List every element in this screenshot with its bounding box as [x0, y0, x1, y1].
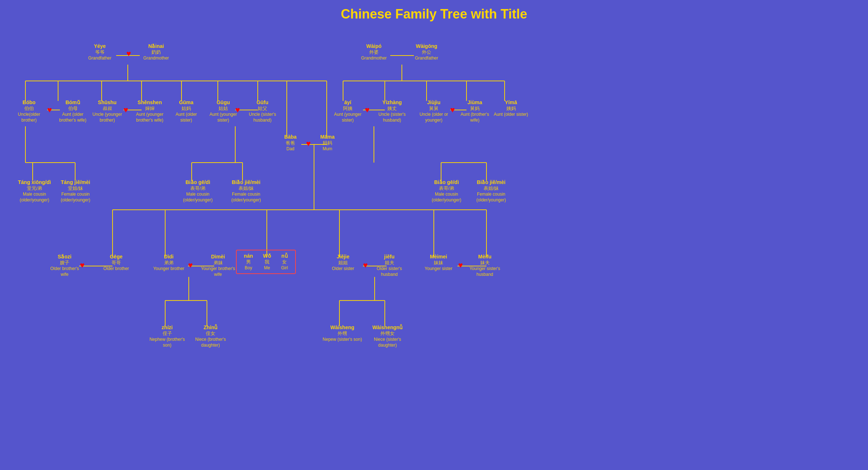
node-waipo: Wàipó 外婆 Grandmother [356, 43, 392, 61]
node-saozi: Sǎozi 嫂子 Older brother's wife [46, 253, 83, 277]
node-gege: Gēge 哥哥 Older brother [98, 253, 134, 272]
node-zhinu: Zhínǚ 侄女 Niece (brother's daughter) [191, 324, 231, 348]
node-jiefu: jiěfu 姐夫 Older sister's husband [370, 253, 408, 277]
node-bobo: Bóbo 伯伯 Uncle(older brother) [11, 99, 47, 123]
node-biao-jie-mei-1: Biǎo jiě/mèi 表姐/妹 Female cousin (older/y… [224, 179, 268, 203]
node-mama: Māma 妈妈 Mum [313, 134, 342, 152]
node-yeye: Yéye 爷爷 Grandfather [83, 43, 116, 61]
node-shushu: Shūshu 叔叔 Uncle (younger brother) [90, 99, 125, 123]
node-me-wo: Wǒ 我 Me [263, 253, 271, 271]
heart-bobo-bomu: ♥ [47, 105, 52, 115]
node-yizhang: Yízhàng 姨丈 Uncle (sister's husband) [372, 99, 412, 123]
heart-baba-mama: ♥ [306, 139, 311, 148]
node-yima: Yímā 姨妈 Aunt (older sister) [494, 99, 528, 118]
node-jiuma: Jiùma 舅妈 Aunt (brother's wife) [457, 99, 493, 123]
node-bomu: Bómǔ 伯母 Aunt (older brother's wife) [54, 99, 92, 123]
node-shenshen: Shěnshen 婶婶 Aunt (younger brother's wife… [131, 99, 169, 123]
node-nainai: Nǎinai 奶奶 Grandmother [138, 43, 174, 61]
node-biao-ge-di-1: Biǎo gē/dì 表哥/弟 Male cousin (older/young… [176, 179, 220, 203]
heart-gugu-gufu: ♥ [235, 105, 240, 115]
heart-didi-dimei: ♥ [188, 261, 193, 270]
family-tree-lines [0, 25, 868, 470]
heart-shushu-shenshen: ♥ [123, 105, 128, 115]
node-baba: Bàba 爸爸 Dad [276, 134, 305, 152]
node-jiujiu: Jiùjiu 舅舅 Uncle (older or younger) [414, 99, 454, 123]
node-dimei: Dìmèi 弟妹 Younger brother's wife [199, 253, 237, 277]
node-tang-xiong-di: Táng xiōng/dì 堂兄/弟 Male cousin (older/yo… [13, 179, 56, 203]
node-waishengnv: Wàishengnǚ 外甥女 Niece (sister's daughter) [367, 324, 408, 348]
node-zhizi: zhízi 侄子 Nephew (brother's son) [148, 324, 186, 348]
node-gufu: Gūfu 姑父 Uncle (sister's husband) [243, 99, 282, 123]
heart-jiujiu-jiuma: ♥ [450, 105, 455, 115]
heart-saozi-gege: ♥ [80, 261, 85, 270]
node-guma: Gūma 姑妈 Aunt (older sister) [170, 99, 203, 123]
node-waisheng: Wàisheng 外甥 Nepew (sister's son) [322, 324, 362, 343]
node-didi: Dìdi 弟弟 Younger brother [151, 253, 187, 272]
node-me-nu: nǚ 女 Girl [281, 253, 288, 271]
node-jiejie: Jiějie 姐姐 Older sister [325, 253, 361, 272]
node-biao-jie-mei-2: Biǎo jiě/mèi 表姐/妹 Female cousin (older/y… [469, 179, 513, 203]
me-box: nán 男 Boy Wǒ 我 Me nǚ 女 Girl [236, 250, 296, 274]
heart-meimei-meifu: ♥ [458, 261, 463, 270]
node-biao-ge-di-2: Biǎo gē/dì 表哥/弟 Male cousin (older/young… [425, 179, 468, 203]
node-tang-jie-mei: Táng jiě/mèi 堂姐/妹 Female cousin (older/y… [54, 179, 97, 203]
heart-yeye-nainai: ♥ [126, 49, 131, 58]
node-meimei: Mèimei 妹妹 Younger sister [420, 253, 457, 272]
node-waigong: Wàigōng 外公 Grandfather [407, 43, 447, 61]
node-me-nan: nán 男 Boy [244, 253, 253, 271]
page-title: Chinese Family Tree with Title [0, 0, 868, 25]
node-meifu: Mèifu 妹夫 Younger sister's husband [464, 253, 506, 277]
heart-ayi-yizhang: ♥ [365, 105, 370, 115]
node-ayi: āyí 阿姨 Aunt (younger sister) [330, 99, 366, 123]
heart-jiejie-jiefu: ♥ [363, 261, 368, 270]
